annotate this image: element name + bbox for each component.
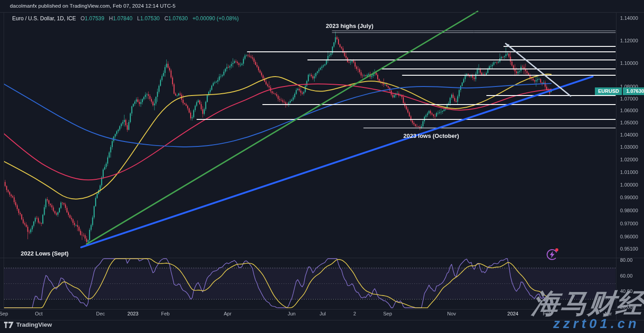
price-axis-label: 0.95100 [620,246,638,251]
time-axis-label: 2024 [507,311,518,316]
change-value: +0.00090 (+0.08%) [192,15,239,22]
price-axis-label: 1.07000 [620,96,638,101]
price-axis-label: 1.05000 [620,120,638,125]
price-axis-label: 0.99000 [620,195,638,200]
price-axis-label: 0.96000 [620,234,638,239]
price-axis-label: 1.02000 [620,157,638,162]
time-axis-label: Nov [447,311,456,316]
time-axis-label: Oct [35,311,42,316]
time-axis-label: Dec [96,311,105,316]
price-axis-label: 1.06000 [620,108,638,113]
low-value: 1.07530 [140,15,160,22]
time-axis-label: Sep [383,311,392,316]
rsi-axis-label: 80.00 [620,257,633,263]
price-axis-label: 1.14000 [620,15,638,21]
time-axis-label: Jun [288,311,296,316]
price-axis-label: 1.10000 [620,60,638,66]
price-axis-label: 0.97000 [620,221,638,226]
open-value: 1.07539 [85,15,104,22]
time-axis-label: Feb [161,311,170,316]
badge-price: 1.07630 [623,87,644,95]
badge-symbol: EURUSD [595,87,622,95]
open-label: O [81,15,85,22]
last-price-badge: EURUSD 1.07630 [595,87,644,95]
time-axis-label: Jul [320,311,326,316]
price-axis-label: 1.00000 [620,182,638,187]
tradingview-logo-text: TradingView [16,321,52,328]
close-value: 1.07630 [168,15,187,22]
time-axis-label: 2023 [128,311,138,316]
tradingview-published-chart: dacolmanfx published on TradingView.com,… [0,0,644,333]
main-chart-canvas[interactable] [0,0,644,333]
tradingview-logo[interactable]: TradingView [4,321,52,328]
price-axis-label: 1.01000 [620,169,638,175]
symbol-title: Euro / U.S. Dollar, 1D, ICE [12,15,76,22]
price-axis-label: 0.98000 [620,208,638,213]
chart-annotation[interactable]: 2023 lows (October) [403,132,459,139]
tradingview-logo-icon [4,322,14,328]
price-axis-label: 1.04000 [620,132,638,137]
low-label: L [137,15,140,22]
symbol-legend[interactable]: Euro / U.S. Dollar, 1D, ICE O1.07539 H1.… [12,15,239,22]
lightning-idea-icon[interactable] [545,247,560,263]
price-axis-label: 1.03000 [620,144,638,150]
time-axis-label: Sep [0,311,8,316]
time-axis-label: Apr [224,311,231,316]
topbar-separator [0,12,644,13]
rsi-axis-label: 60.00 [620,273,633,278]
notification-dot [555,248,558,251]
high-value: 1.07840 [113,15,132,22]
time-axis-label: 2 [353,311,356,316]
watermark-url-text: zzrt01.cn [553,316,639,331]
close-label: C [164,15,169,22]
price-axis-border[interactable] [616,12,617,320]
chart-annotation[interactable]: 2022 Lows (Sept) [21,250,69,257]
lightning-bolt-icon [550,251,554,258]
price-axis-label: 1.12000 [620,38,638,43]
chart-left-border [4,12,4,309]
chart-annotation[interactable]: 2023 highs (July) [326,23,373,29]
published-meta: dacolmanfx published on TradingView.com,… [10,3,175,9]
